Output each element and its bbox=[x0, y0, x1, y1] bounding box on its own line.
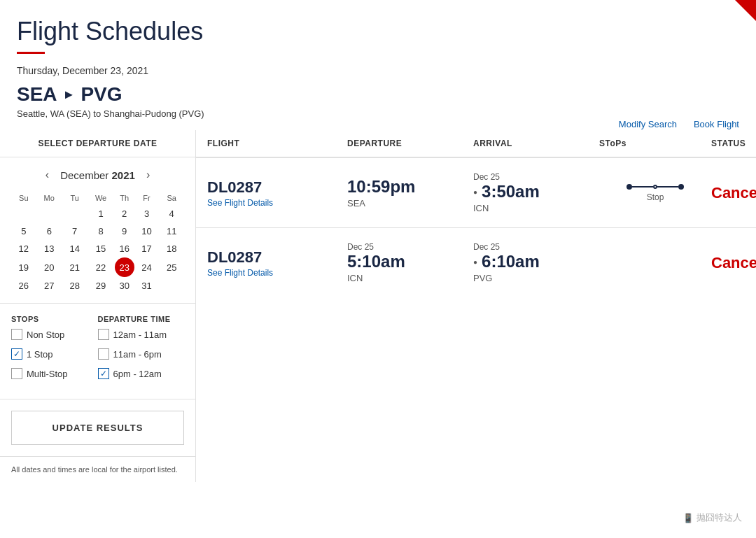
stops-filter-col: STOPS Non Stop 1 Stop Multi-Stop bbox=[11, 315, 98, 388]
header-arrival: ARRIVAL bbox=[473, 139, 599, 148]
calendar-week-row: 12131415161718 bbox=[11, 240, 184, 257]
modify-search-link[interactable]: Modify Search bbox=[619, 119, 677, 129]
calendar-day[interactable]: 25 bbox=[159, 257, 184, 277]
one-stop-checkbox[interactable] bbox=[11, 348, 22, 360]
calendar: ‹ December 2021 › Su Mo Tu We bbox=[0, 157, 195, 304]
filters-section: STOPS Non Stop 1 Stop Multi-Stop bbox=[0, 304, 195, 399]
update-results-button[interactable]: UPDATE RESULTS bbox=[11, 411, 184, 445]
results-content: FLIGHT DEPARTURE ARRIVAL SToPs STATUS DL… bbox=[196, 130, 756, 482]
time-11am-6pm-checkbox[interactable] bbox=[98, 348, 109, 360]
flight-2-departure-date: Dec 25 bbox=[347, 242, 473, 252]
flight-row-1: DL0287 See Flight Details 10:59pm SEA De… bbox=[196, 158, 756, 228]
flight-2-departure-time: 5:10am bbox=[347, 252, 473, 271]
time-6pm-12am-checkbox[interactable] bbox=[98, 368, 109, 379]
calendar-day[interactable]: 20 bbox=[36, 257, 62, 277]
calendar-day[interactable]: 28 bbox=[62, 277, 88, 295]
calendar-day[interactable]: 23 bbox=[115, 257, 134, 277]
calendar-day[interactable]: 29 bbox=[87, 277, 114, 295]
flight-1-details-link[interactable]: See Flight Details bbox=[207, 198, 347, 208]
flight-2-arrival-col: Dec 25 ● 6:10am PVG bbox=[473, 242, 599, 283]
filter-6pm-12am: 6pm - 12am bbox=[98, 368, 185, 379]
cal-day-fr: Fr bbox=[134, 191, 160, 205]
calendar-day[interactable]: 22 bbox=[87, 257, 114, 277]
calendar-day[interactable]: 19 bbox=[11, 257, 36, 277]
flight-1-number-col: DL0287 See Flight Details bbox=[207, 178, 347, 208]
calendar-day[interactable]: 13 bbox=[36, 240, 62, 257]
calendar-day[interactable]: 5 bbox=[11, 222, 36, 240]
flight-1-stops-col: Stop bbox=[599, 184, 711, 202]
calendar-day[interactable]: 31 bbox=[134, 277, 160, 295]
flight-1-number: DL0287 bbox=[207, 178, 347, 197]
calendar-day[interactable]: 26 bbox=[11, 277, 36, 295]
time-12am-11am-checkbox[interactable] bbox=[98, 329, 109, 340]
filter-11am-6pm: 11am - 6pm bbox=[98, 348, 185, 360]
flight-1-arrival-time: 3:50am bbox=[482, 182, 540, 201]
book-flight-link[interactable]: Book Flight bbox=[694, 119, 739, 129]
calendar-day[interactable]: 18 bbox=[159, 240, 184, 257]
watermark-icon: 📱 bbox=[682, 513, 694, 523]
filter-non-stop: Non Stop bbox=[11, 329, 98, 340]
page-title: Flight Schedules bbox=[17, 17, 739, 46]
calendar-month-year: December 2021 bbox=[60, 169, 135, 181]
cal-day-th: Th bbox=[115, 191, 134, 205]
calendar-day[interactable]: 8 bbox=[87, 222, 114, 240]
calendar-day[interactable]: 27 bbox=[36, 277, 62, 295]
time-11am-6pm-label: 11am - 6pm bbox=[113, 349, 162, 360]
calendar-day[interactable]: 16 bbox=[115, 240, 134, 257]
arrival-dot-icon-2: ● bbox=[473, 258, 477, 266]
header-stops: SToPs bbox=[599, 139, 711, 148]
calendar-day[interactable]: 1 bbox=[87, 205, 114, 222]
departure-time-title: DEPARTURE TIME bbox=[98, 315, 185, 323]
flight-2-status-col: Cancelled bbox=[711, 254, 756, 272]
title-underline bbox=[17, 52, 45, 54]
stops-dot-left bbox=[626, 184, 632, 190]
flight-1-arrival-airport: ICN bbox=[473, 203, 599, 213]
calendar-day[interactable]: 14 bbox=[62, 240, 88, 257]
calendar-day[interactable]: 21 bbox=[62, 257, 88, 277]
results-header-row: FLIGHT DEPARTURE ARRIVAL SToPs STATUS bbox=[196, 130, 756, 158]
calendar-day bbox=[159, 277, 184, 295]
calendar-month: December bbox=[60, 169, 108, 181]
flight-2-details-link[interactable]: See Flight Details bbox=[207, 268, 347, 278]
calendar-day[interactable]: 2 bbox=[115, 205, 134, 222]
arrival-dot-icon: ● bbox=[473, 188, 477, 196]
calendar-day[interactable]: 4 bbox=[159, 205, 184, 222]
calendar-day[interactable]: 9 bbox=[115, 222, 134, 240]
stops-dot-right bbox=[678, 184, 684, 190]
non-stop-label: Non Stop bbox=[27, 330, 64, 340]
calendar-prev-button[interactable]: ‹ bbox=[40, 166, 55, 184]
calendar-day[interactable]: 7 bbox=[62, 222, 88, 240]
time-filter-col: DEPARTURE TIME 12am - 11am 11am - 6pm 6p… bbox=[98, 315, 185, 388]
multi-stop-checkbox[interactable] bbox=[11, 368, 22, 379]
calendar-day[interactable]: 3 bbox=[134, 205, 160, 222]
calendar-day[interactable]: 12 bbox=[11, 240, 36, 257]
flight-1-departure-time: 10:59pm bbox=[347, 177, 473, 197]
flight-row-2: DL0287 See Flight Details Dec 25 5:10am … bbox=[196, 228, 756, 297]
main-layout: SELECT DEPARTURE DATE ‹ December 2021 › bbox=[0, 130, 756, 482]
header-status: STATUS bbox=[711, 139, 756, 148]
cal-day-mo: Mo bbox=[36, 191, 62, 205]
flight-2-number-col: DL0287 See Flight Details bbox=[207, 248, 347, 278]
calendar-week-row: 567891011 bbox=[11, 222, 184, 240]
calendar-body: 1234567891011121314151617181920212223242… bbox=[11, 205, 184, 295]
calendar-day[interactable]: 30 bbox=[115, 277, 134, 295]
sidebar-note: All dates and times are local for the ai… bbox=[0, 457, 195, 482]
time-12am-11am-label: 12am - 11am bbox=[113, 330, 167, 340]
select-date-title: SELECT DEPARTURE DATE bbox=[0, 130, 195, 157]
filter-1-stop: 1 Stop bbox=[11, 348, 98, 360]
calendar-day[interactable]: 15 bbox=[87, 240, 114, 257]
non-stop-checkbox[interactable] bbox=[11, 329, 22, 340]
stops-seg-left bbox=[632, 186, 653, 187]
calendar-week-row: 262728293031 bbox=[11, 277, 184, 295]
calendar-day[interactable]: 17 bbox=[134, 240, 160, 257]
calendar-day bbox=[36, 205, 62, 222]
calendar-day[interactable]: 10 bbox=[134, 222, 160, 240]
header-departure: DEPARTURE bbox=[347, 139, 473, 148]
calendar-day[interactable]: 11 bbox=[159, 222, 184, 240]
calendar-day[interactable]: 24 bbox=[134, 257, 160, 277]
sidebar: SELECT DEPARTURE DATE ‹ December 2021 › bbox=[0, 130, 196, 482]
flight-1-arrival-date: Dec 25 bbox=[473, 172, 599, 182]
calendar-day[interactable]: 6 bbox=[36, 222, 62, 240]
calendar-next-button[interactable]: › bbox=[141, 166, 155, 184]
flight-1-stops-label: Stop bbox=[647, 192, 664, 202]
